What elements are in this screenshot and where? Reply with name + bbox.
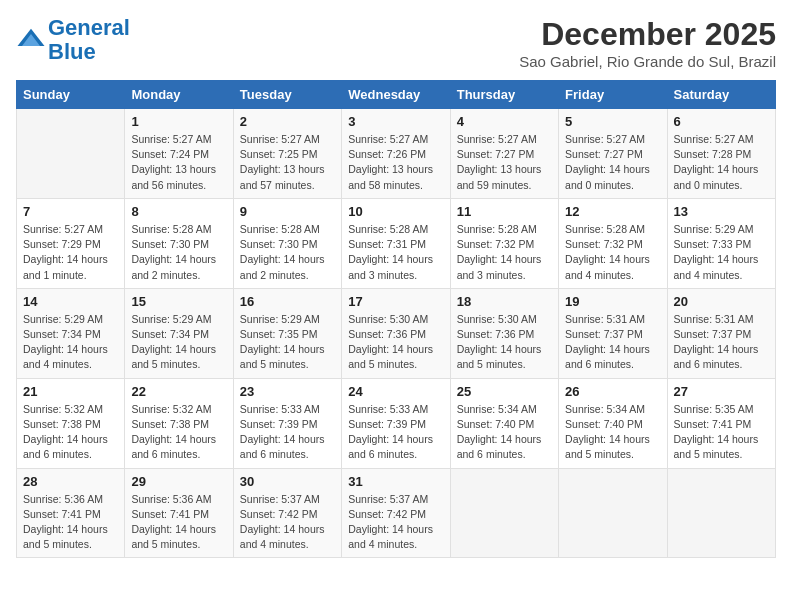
day-number: 26	[565, 384, 660, 399]
calendar-cell	[559, 468, 667, 558]
day-number: 21	[23, 384, 118, 399]
day-info: Sunrise: 5:28 AM Sunset: 7:32 PM Dayligh…	[565, 222, 660, 283]
weekday-header: Saturday	[667, 81, 775, 109]
day-number: 18	[457, 294, 552, 309]
day-info: Sunrise: 5:27 AM Sunset: 7:24 PM Dayligh…	[131, 132, 226, 193]
logo-icon	[16, 25, 46, 55]
day-info: Sunrise: 5:30 AM Sunset: 7:36 PM Dayligh…	[348, 312, 443, 373]
day-number: 6	[674, 114, 769, 129]
day-info: Sunrise: 5:36 AM Sunset: 7:41 PM Dayligh…	[23, 492, 118, 553]
day-info: Sunrise: 5:37 AM Sunset: 7:42 PM Dayligh…	[240, 492, 335, 553]
day-number: 3	[348, 114, 443, 129]
day-info: Sunrise: 5:27 AM Sunset: 7:25 PM Dayligh…	[240, 132, 335, 193]
day-number: 2	[240, 114, 335, 129]
calendar-cell: 16Sunrise: 5:29 AM Sunset: 7:35 PM Dayli…	[233, 288, 341, 378]
calendar-cell: 6Sunrise: 5:27 AM Sunset: 7:28 PM Daylig…	[667, 109, 775, 199]
day-number: 11	[457, 204, 552, 219]
day-number: 27	[674, 384, 769, 399]
calendar-week-row: 7Sunrise: 5:27 AM Sunset: 7:29 PM Daylig…	[17, 198, 776, 288]
calendar-cell: 10Sunrise: 5:28 AM Sunset: 7:31 PM Dayli…	[342, 198, 450, 288]
day-info: Sunrise: 5:28 AM Sunset: 7:32 PM Dayligh…	[457, 222, 552, 283]
day-number: 4	[457, 114, 552, 129]
day-info: Sunrise: 5:27 AM Sunset: 7:29 PM Dayligh…	[23, 222, 118, 283]
calendar-cell: 12Sunrise: 5:28 AM Sunset: 7:32 PM Dayli…	[559, 198, 667, 288]
day-info: Sunrise: 5:27 AM Sunset: 7:26 PM Dayligh…	[348, 132, 443, 193]
calendar-week-row: 14Sunrise: 5:29 AM Sunset: 7:34 PM Dayli…	[17, 288, 776, 378]
day-info: Sunrise: 5:27 AM Sunset: 7:28 PM Dayligh…	[674, 132, 769, 193]
calendar-cell: 18Sunrise: 5:30 AM Sunset: 7:36 PM Dayli…	[450, 288, 558, 378]
calendar-cell: 17Sunrise: 5:30 AM Sunset: 7:36 PM Dayli…	[342, 288, 450, 378]
calendar-header: SundayMondayTuesdayWednesdayThursdayFrid…	[17, 81, 776, 109]
calendar-cell	[667, 468, 775, 558]
weekday-header: Sunday	[17, 81, 125, 109]
day-number: 29	[131, 474, 226, 489]
calendar-cell: 28Sunrise: 5:36 AM Sunset: 7:41 PM Dayli…	[17, 468, 125, 558]
calendar-cell: 20Sunrise: 5:31 AM Sunset: 7:37 PM Dayli…	[667, 288, 775, 378]
day-info: Sunrise: 5:37 AM Sunset: 7:42 PM Dayligh…	[348, 492, 443, 553]
calendar-cell: 1Sunrise: 5:27 AM Sunset: 7:24 PM Daylig…	[125, 109, 233, 199]
day-number: 19	[565, 294, 660, 309]
calendar-week-row: 28Sunrise: 5:36 AM Sunset: 7:41 PM Dayli…	[17, 468, 776, 558]
weekday-row: SundayMondayTuesdayWednesdayThursdayFrid…	[17, 81, 776, 109]
calendar-cell: 4Sunrise: 5:27 AM Sunset: 7:27 PM Daylig…	[450, 109, 558, 199]
day-info: Sunrise: 5:29 AM Sunset: 7:35 PM Dayligh…	[240, 312, 335, 373]
day-number: 20	[674, 294, 769, 309]
day-info: Sunrise: 5:34 AM Sunset: 7:40 PM Dayligh…	[565, 402, 660, 463]
day-info: Sunrise: 5:29 AM Sunset: 7:34 PM Dayligh…	[131, 312, 226, 373]
day-info: Sunrise: 5:29 AM Sunset: 7:34 PM Dayligh…	[23, 312, 118, 373]
calendar-cell: 24Sunrise: 5:33 AM Sunset: 7:39 PM Dayli…	[342, 378, 450, 468]
day-number: 8	[131, 204, 226, 219]
day-info: Sunrise: 5:32 AM Sunset: 7:38 PM Dayligh…	[23, 402, 118, 463]
day-number: 15	[131, 294, 226, 309]
day-number: 30	[240, 474, 335, 489]
day-number: 12	[565, 204, 660, 219]
day-number: 16	[240, 294, 335, 309]
day-number: 24	[348, 384, 443, 399]
day-number: 23	[240, 384, 335, 399]
calendar-cell: 7Sunrise: 5:27 AM Sunset: 7:29 PM Daylig…	[17, 198, 125, 288]
calendar-cell: 14Sunrise: 5:29 AM Sunset: 7:34 PM Dayli…	[17, 288, 125, 378]
day-info: Sunrise: 5:31 AM Sunset: 7:37 PM Dayligh…	[565, 312, 660, 373]
day-number: 10	[348, 204, 443, 219]
calendar-cell	[450, 468, 558, 558]
calendar-cell: 30Sunrise: 5:37 AM Sunset: 7:42 PM Dayli…	[233, 468, 341, 558]
day-number: 28	[23, 474, 118, 489]
calendar-cell: 23Sunrise: 5:33 AM Sunset: 7:39 PM Dayli…	[233, 378, 341, 468]
day-number: 17	[348, 294, 443, 309]
day-info: Sunrise: 5:28 AM Sunset: 7:30 PM Dayligh…	[131, 222, 226, 283]
weekday-header: Thursday	[450, 81, 558, 109]
page-header: General Blue December 2025 Sao Gabriel, …	[16, 16, 776, 70]
day-number: 14	[23, 294, 118, 309]
calendar-cell: 27Sunrise: 5:35 AM Sunset: 7:41 PM Dayli…	[667, 378, 775, 468]
day-number: 9	[240, 204, 335, 219]
calendar-cell: 22Sunrise: 5:32 AM Sunset: 7:38 PM Dayli…	[125, 378, 233, 468]
calendar-week-row: 1Sunrise: 5:27 AM Sunset: 7:24 PM Daylig…	[17, 109, 776, 199]
day-info: Sunrise: 5:33 AM Sunset: 7:39 PM Dayligh…	[348, 402, 443, 463]
day-info: Sunrise: 5:31 AM Sunset: 7:37 PM Dayligh…	[674, 312, 769, 373]
day-number: 7	[23, 204, 118, 219]
page-title: December 2025	[519, 16, 776, 53]
day-number: 25	[457, 384, 552, 399]
day-number: 1	[131, 114, 226, 129]
calendar-cell: 21Sunrise: 5:32 AM Sunset: 7:38 PM Dayli…	[17, 378, 125, 468]
weekday-header: Wednesday	[342, 81, 450, 109]
day-number: 31	[348, 474, 443, 489]
weekday-header: Monday	[125, 81, 233, 109]
calendar-cell: 3Sunrise: 5:27 AM Sunset: 7:26 PM Daylig…	[342, 109, 450, 199]
weekday-header: Tuesday	[233, 81, 341, 109]
calendar-cell: 11Sunrise: 5:28 AM Sunset: 7:32 PM Dayli…	[450, 198, 558, 288]
day-info: Sunrise: 5:27 AM Sunset: 7:27 PM Dayligh…	[565, 132, 660, 193]
calendar-cell: 13Sunrise: 5:29 AM Sunset: 7:33 PM Dayli…	[667, 198, 775, 288]
calendar-cell: 29Sunrise: 5:36 AM Sunset: 7:41 PM Dayli…	[125, 468, 233, 558]
day-info: Sunrise: 5:36 AM Sunset: 7:41 PM Dayligh…	[131, 492, 226, 553]
day-info: Sunrise: 5:32 AM Sunset: 7:38 PM Dayligh…	[131, 402, 226, 463]
day-number: 22	[131, 384, 226, 399]
calendar-cell: 19Sunrise: 5:31 AM Sunset: 7:37 PM Dayli…	[559, 288, 667, 378]
calendar-cell: 15Sunrise: 5:29 AM Sunset: 7:34 PM Dayli…	[125, 288, 233, 378]
day-number: 5	[565, 114, 660, 129]
day-info: Sunrise: 5:30 AM Sunset: 7:36 PM Dayligh…	[457, 312, 552, 373]
day-info: Sunrise: 5:28 AM Sunset: 7:30 PM Dayligh…	[240, 222, 335, 283]
calendar-cell	[17, 109, 125, 199]
calendar-cell: 26Sunrise: 5:34 AM Sunset: 7:40 PM Dayli…	[559, 378, 667, 468]
calendar-cell: 25Sunrise: 5:34 AM Sunset: 7:40 PM Dayli…	[450, 378, 558, 468]
